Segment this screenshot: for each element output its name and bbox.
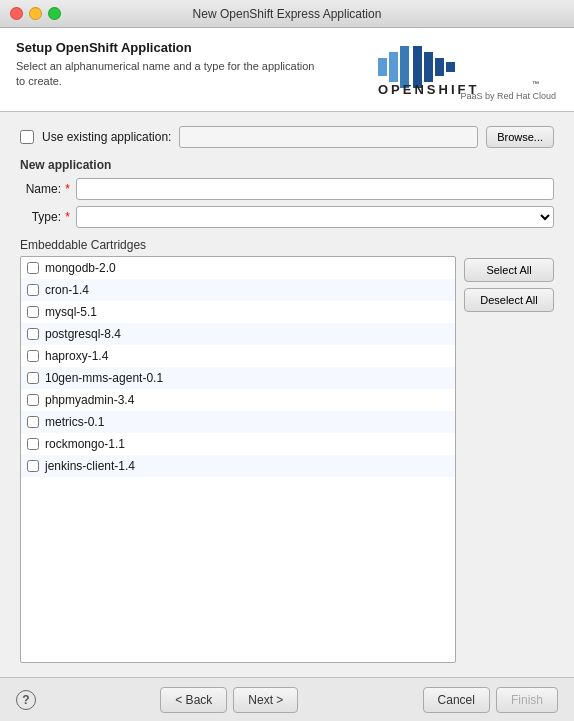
list-item[interactable]: metrics-0.1 <box>21 411 455 433</box>
svg-rect-4 <box>424 52 433 82</box>
name-label: Name: * <box>20 182 70 196</box>
deselect-all-button[interactable]: Deselect All <box>464 288 554 312</box>
cartridge-name: cron-1.4 <box>45 283 89 297</box>
footer-nav-buttons: < Back Next > <box>160 687 298 713</box>
next-button[interactable]: Next > <box>233 687 298 713</box>
cartridge-name: rockmongo-1.1 <box>45 437 125 451</box>
minimize-button[interactable] <box>29 7 42 20</box>
svg-rect-6 <box>446 62 455 72</box>
cartridge-checkbox[interactable] <box>27 372 39 384</box>
cartridges-section: Embeddable Cartridges mongodb-2.0cron-1.… <box>20 238 554 663</box>
main-window: Setup OpenShift Application Select an al… <box>0 28 574 721</box>
header-subtitle: Select an alphanumerical name and a type… <box>16 59 316 90</box>
close-button[interactable] <box>10 7 23 20</box>
list-item[interactable]: jenkins-client-1.4 <box>21 455 455 477</box>
logo-tagline: PaaS by Red Hat Cloud <box>460 91 556 101</box>
cartridge-checkbox[interactable] <box>27 460 39 472</box>
svg-rect-1 <box>389 52 398 82</box>
type-row: Type: * <box>20 206 554 228</box>
cartridge-checkbox[interactable] <box>27 438 39 450</box>
list-item[interactable]: mysql-5.1 <box>21 301 455 323</box>
cartridges-body: mongodb-2.0cron-1.4mysql-5.1postgresql-8… <box>20 256 554 663</box>
cartridge-checkbox[interactable] <box>27 306 39 318</box>
type-required: * <box>62 210 70 224</box>
existing-app-label: Use existing application: <box>42 130 171 144</box>
name-input[interactable] <box>76 178 554 200</box>
cartridge-name: mysql-5.1 <box>45 305 97 319</box>
existing-app-field[interactable] <box>179 126 478 148</box>
list-item[interactable]: postgresql-8.4 <box>21 323 455 345</box>
content-area: Use existing application: Browse... New … <box>0 112 574 677</box>
svg-rect-5 <box>435 58 444 76</box>
new-application-section: New application Name: * Type: * <box>20 158 554 228</box>
cartridges-header: Embeddable Cartridges <box>20 238 554 252</box>
list-item[interactable]: rockmongo-1.1 <box>21 433 455 455</box>
header-panel: Setup OpenShift Application Select an al… <box>0 28 574 112</box>
name-row: Name: * <box>20 178 554 200</box>
cartridges-buttons: Select All Deselect All <box>464 256 554 663</box>
list-item[interactable]: 10gen-mms-agent-0.1 <box>21 367 455 389</box>
window-controls <box>10 7 61 20</box>
name-required: * <box>62 182 70 196</box>
list-item[interactable]: cron-1.4 <box>21 279 455 301</box>
svg-rect-0 <box>378 58 387 76</box>
cartridge-checkbox[interactable] <box>27 350 39 362</box>
cartridge-name: phpmyadmin-3.4 <box>45 393 134 407</box>
help-icon[interactable]: ? <box>16 690 36 710</box>
type-select[interactable] <box>76 206 554 228</box>
list-item[interactable]: phpmyadmin-3.4 <box>21 389 455 411</box>
footer-action-buttons: Cancel Finish <box>423 687 558 713</box>
cartridge-name: postgresql-8.4 <box>45 327 121 341</box>
cartridge-checkbox[interactable] <box>27 416 39 428</box>
type-label: Type: * <box>20 210 70 224</box>
cartridge-name: metrics-0.1 <box>45 415 104 429</box>
form-group: Name: * Type: * <box>20 178 554 228</box>
footer: ? < Back Next > Cancel Finish <box>0 677 574 721</box>
finish-button[interactable]: Finish <box>496 687 558 713</box>
browse-button[interactable]: Browse... <box>486 126 554 148</box>
new-app-label: New application <box>20 158 554 172</box>
list-item[interactable]: mongodb-2.0 <box>21 257 455 279</box>
back-button[interactable]: < Back <box>160 687 227 713</box>
cartridge-name: mongodb-2.0 <box>45 261 116 275</box>
cartridge-checkbox[interactable] <box>27 328 39 340</box>
openshift-logo-svg: OPENSHIFT ™ <box>378 40 558 95</box>
header-text-block: Setup OpenShift Application Select an al… <box>16 40 316 90</box>
cartridge-checkbox[interactable] <box>27 394 39 406</box>
title-bar: New OpenShift Express Application <box>0 0 574 28</box>
footer-left: ? <box>16 690 36 710</box>
select-all-button[interactable]: Select All <box>464 258 554 282</box>
use-existing-checkbox[interactable] <box>20 130 34 144</box>
maximize-button[interactable] <box>48 7 61 20</box>
list-item[interactable]: haproxy-1.4 <box>21 345 455 367</box>
existing-app-row: Use existing application: Browse... <box>20 126 554 148</box>
cartridge-checkbox[interactable] <box>27 284 39 296</box>
cancel-button[interactable]: Cancel <box>423 687 490 713</box>
openshift-logo: OPENSHIFT ™ PaaS by Red Hat Cloud <box>378 40 558 101</box>
cartridge-checkbox[interactable] <box>27 262 39 274</box>
header-title: Setup OpenShift Application <box>16 40 316 55</box>
cartridge-name: 10gen-mms-agent-0.1 <box>45 371 163 385</box>
cartridges-list[interactable]: mongodb-2.0cron-1.4mysql-5.1postgresql-8… <box>20 256 456 663</box>
cartridge-name: haproxy-1.4 <box>45 349 108 363</box>
svg-text:™: ™ <box>532 80 539 87</box>
cartridge-name: jenkins-client-1.4 <box>45 459 135 473</box>
window-title: New OpenShift Express Application <box>193 7 382 21</box>
